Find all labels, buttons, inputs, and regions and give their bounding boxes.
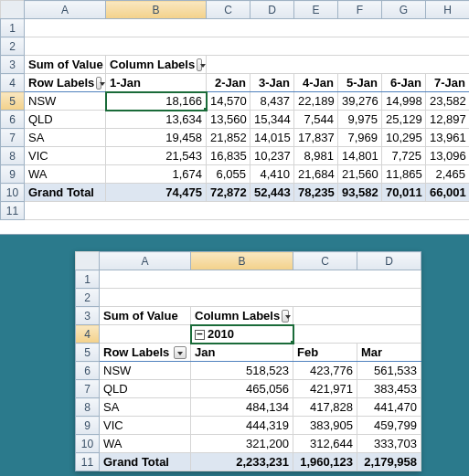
selected-cell[interactable]: 18,166 bbox=[106, 92, 207, 111]
value-cell[interactable]: 14,998 bbox=[382, 92, 426, 111]
pivot-column-labels[interactable]: Column Labels bbox=[106, 56, 207, 74]
pivot-row-labels[interactable]: Row Labels bbox=[100, 344, 191, 362]
row-header[interactable]: 2 bbox=[76, 289, 100, 307]
row-header[interactable]: 1 bbox=[1, 19, 25, 37]
date-header[interactable]: 6-Jan bbox=[382, 74, 426, 92]
row-label[interactable]: QLD bbox=[25, 111, 106, 129]
row-header[interactable]: 8 bbox=[1, 147, 25, 165]
value-cell[interactable]: 7,969 bbox=[338, 129, 382, 147]
value-cell[interactable]: 16,835 bbox=[207, 147, 250, 165]
row-label[interactable]: SA bbox=[100, 398, 191, 417]
value-cell[interactable]: 383,453 bbox=[357, 380, 421, 398]
row-header[interactable]: 5 bbox=[1, 92, 25, 111]
grand-total-cell[interactable]: 66,001 bbox=[426, 184, 470, 202]
value-cell[interactable]: 7,725 bbox=[382, 147, 426, 165]
row-header[interactable]: 10 bbox=[1, 184, 25, 202]
value-cell[interactable]: 13,634 bbox=[106, 111, 207, 129]
row-header[interactable]: 6 bbox=[76, 362, 100, 380]
value-cell[interactable]: 10,237 bbox=[250, 147, 294, 165]
value-cell[interactable]: 13,961 bbox=[426, 129, 470, 147]
value-cell[interactable]: 417,828 bbox=[293, 398, 357, 417]
value-cell[interactable]: 12,897 bbox=[426, 111, 470, 129]
col-header[interactable]: B bbox=[191, 252, 293, 270]
row-header[interactable]: 3 bbox=[1, 56, 25, 74]
cell[interactable] bbox=[293, 307, 421, 325]
date-header[interactable]: 1-Jan bbox=[106, 74, 207, 92]
value-cell[interactable]: 561,533 bbox=[357, 362, 421, 380]
value-cell[interactable]: 8,981 bbox=[294, 147, 338, 165]
grand-total-cell[interactable]: 2,233,231 bbox=[191, 453, 293, 471]
cell[interactable] bbox=[25, 19, 470, 37]
value-cell[interactable]: 21,852 bbox=[207, 129, 250, 147]
col-header[interactable]: H bbox=[426, 1, 470, 19]
value-cell[interactable]: 13,560 bbox=[207, 111, 250, 129]
cell[interactable] bbox=[207, 56, 470, 74]
grand-total-cell[interactable]: 78,235 bbox=[294, 184, 338, 202]
value-cell[interactable]: 9,975 bbox=[338, 111, 382, 129]
value-cell[interactable]: 14,015 bbox=[250, 129, 294, 147]
grand-total-cell[interactable]: 1,960,123 bbox=[293, 453, 357, 471]
value-cell[interactable]: 23,582 bbox=[426, 92, 470, 111]
grand-total-cell[interactable]: 93,582 bbox=[338, 184, 382, 202]
value-cell[interactable]: 421,971 bbox=[293, 380, 357, 398]
col-header[interactable]: C bbox=[293, 252, 357, 270]
row-header[interactable]: 11 bbox=[76, 453, 100, 471]
grand-total-cell[interactable]: 74,475 bbox=[106, 184, 207, 202]
selected-cell[interactable]: −2010 bbox=[191, 325, 293, 344]
value-cell[interactable]: 321,200 bbox=[191, 435, 293, 453]
value-cell[interactable]: 4,410 bbox=[250, 165, 294, 184]
row-header[interactable]: 10 bbox=[76, 435, 100, 453]
value-cell[interactable]: 383,905 bbox=[293, 417, 357, 435]
col-header[interactable]: A bbox=[100, 252, 191, 270]
value-cell[interactable]: 15,344 bbox=[250, 111, 294, 129]
value-cell[interactable]: 25,129 bbox=[382, 111, 426, 129]
value-cell[interactable]: 22,189 bbox=[294, 92, 338, 111]
cell[interactable] bbox=[100, 325, 191, 344]
row-header[interactable]: 5 bbox=[76, 344, 100, 362]
row-header[interactable]: 1 bbox=[76, 270, 100, 289]
row-header[interactable]: 9 bbox=[76, 417, 100, 435]
col-header[interactable]: G bbox=[382, 1, 426, 19]
value-cell[interactable]: 6,055 bbox=[207, 165, 250, 184]
col-header[interactable]: D bbox=[357, 252, 421, 270]
value-cell[interactable]: 8,437 bbox=[250, 92, 294, 111]
collapse-icon[interactable]: − bbox=[195, 330, 205, 340]
row-header[interactable]: 4 bbox=[76, 325, 100, 344]
value-cell[interactable]: 1,674 bbox=[106, 165, 207, 184]
col-header[interactable]: C bbox=[207, 1, 250, 19]
value-cell[interactable]: 19,458 bbox=[106, 129, 207, 147]
select-all-corner[interactable] bbox=[1, 1, 25, 19]
row-header[interactable]: 7 bbox=[1, 129, 25, 147]
month-header[interactable]: Jan bbox=[191, 344, 293, 362]
value-cell[interactable]: 7,544 bbox=[294, 111, 338, 129]
value-cell[interactable]: 2,465 bbox=[426, 165, 470, 184]
dropdown-icon[interactable] bbox=[96, 77, 101, 90]
grand-total-label[interactable]: Grand Total bbox=[25, 184, 106, 202]
date-header[interactable]: 5-Jan bbox=[338, 74, 382, 92]
cell[interactable] bbox=[100, 289, 421, 307]
col-header[interactable]: D bbox=[250, 1, 294, 19]
value-cell[interactable]: 423,776 bbox=[293, 362, 357, 380]
cell[interactable] bbox=[25, 202, 470, 220]
date-header[interactable]: 2-Jan bbox=[207, 74, 250, 92]
row-label[interactable]: SA bbox=[25, 129, 106, 147]
value-cell[interactable]: 14,801 bbox=[338, 147, 382, 165]
row-label[interactable]: WA bbox=[100, 435, 191, 453]
row-label[interactable]: NSW bbox=[100, 362, 191, 380]
value-cell[interactable]: 21,684 bbox=[294, 165, 338, 184]
row-header[interactable]: 2 bbox=[1, 37, 25, 56]
row-label[interactable]: NSW bbox=[25, 92, 106, 111]
col-header[interactable]: F bbox=[338, 1, 382, 19]
date-header[interactable]: 4-Jan bbox=[294, 74, 338, 92]
row-label[interactable]: VIC bbox=[25, 147, 106, 165]
month-header[interactable]: Mar bbox=[357, 344, 421, 362]
grand-total-cell[interactable]: 70,011 bbox=[382, 184, 426, 202]
grand-total-cell[interactable]: 72,872 bbox=[207, 184, 250, 202]
col-header[interactable]: B bbox=[106, 1, 207, 19]
row-header[interactable]: 11 bbox=[1, 202, 25, 220]
month-header[interactable]: Feb bbox=[293, 344, 357, 362]
row-header[interactable]: 3 bbox=[76, 307, 100, 325]
row-header[interactable]: 4 bbox=[1, 74, 25, 92]
row-header[interactable]: 9 bbox=[1, 165, 25, 184]
value-cell[interactable]: 14,570 bbox=[207, 92, 250, 111]
